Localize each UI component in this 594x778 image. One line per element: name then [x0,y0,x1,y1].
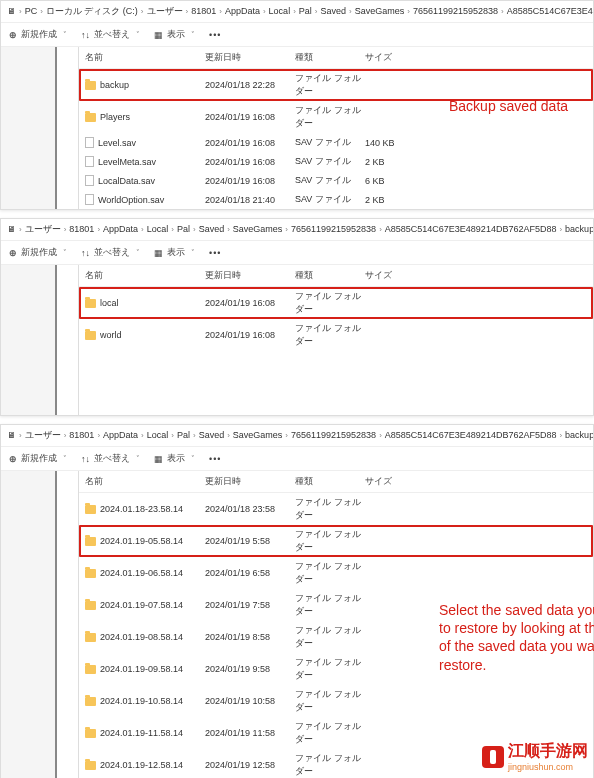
breadcrumb-segment[interactable]: Pal [177,224,190,234]
file-row[interactable]: WorldOption.sav2024/01/18 21:40SAV ファイル2… [79,190,593,209]
sort-label: 並べ替え [94,452,130,465]
column-size[interactable]: サイズ [365,269,425,282]
breadcrumb-segment[interactable]: 76561199215952838 [291,224,376,234]
file-date: 2024/01/19 9:58 [205,664,295,674]
file-row[interactable]: LocalData.sav2024/01/19 16:08SAV ファイル6 K… [79,171,593,190]
file-row[interactable]: LevelMeta.sav2024/01/19 16:08SAV ファイル2 K… [79,152,593,171]
sort-button[interactable]: ↑↓並べ替え˅ [81,246,140,259]
new-button[interactable]: ⊕新規作成˅ [9,28,67,41]
file-row[interactable]: 2024.01.19-05.58.142024/01/19 5:58ファイル フ… [79,525,593,557]
file-date: 2024/01/18 23:58 [205,504,295,514]
more-button[interactable]: ••• [209,454,221,464]
breadcrumb-segment[interactable]: A8585C514C67E3E489214DB762AF5D88 [507,6,593,16]
breadcrumb-segment[interactable]: ユーザー [147,6,183,16]
column-name[interactable]: 名前 [85,475,205,488]
breadcrumb-segment[interactable]: Local [269,6,291,16]
file-row[interactable]: 2024.01.18-23.58.142024/01/18 23:58ファイル … [79,493,593,525]
file-name-cell: backup [85,80,205,90]
file-icon [85,137,94,148]
more-button[interactable]: ••• [209,248,221,258]
chevron-right-icon: › [407,7,410,16]
breadcrumb[interactable]: 🖥›ユーザー›81801›AppData›Local›Pal›Saved›Sav… [1,219,593,241]
breadcrumb-segment[interactable]: A8585C514C67E3E489214DB762AF5D88 [385,430,557,440]
column-type[interactable]: 種類 [295,475,365,488]
breadcrumb-segment[interactable]: Local [147,224,169,234]
view-button[interactable]: ▦表示˅ [154,246,195,259]
column-size[interactable]: サイズ [365,475,425,488]
more-button[interactable]: ••• [209,30,221,40]
breadcrumb-segment[interactable]: Pal [299,6,312,16]
toolbar: ⊕新規作成˅↑↓並べ替え˅▦表示˅••• [1,241,593,265]
breadcrumb-segment[interactable]: Saved [199,224,225,234]
folder-icon [85,113,96,122]
column-headers[interactable]: 名前更新日時種類サイズ [79,265,593,287]
file-row[interactable]: 2024.01.19-10.58.142024/01/19 10:58ファイル … [79,685,593,717]
breadcrumb[interactable]: 🖥›PC›ローカル ディスク (C:)›ユーザー›81801›AppData›L… [1,1,593,23]
column-date[interactable]: 更新日時 [205,51,295,64]
home-icon[interactable]: 🖥 [7,224,16,234]
breadcrumb-segment[interactable]: backup [565,224,593,234]
explorer-panel: 🖥›ユーザー›81801›AppData›Local›Pal›Saved›Sav… [0,424,594,778]
sort-button[interactable]: ↑↓並べ替え˅ [81,28,140,41]
breadcrumb-segment[interactable]: 76561199215952838 [291,430,376,440]
breadcrumb-segment[interactable]: 76561199215952838 [413,6,498,16]
file-row[interactable]: local2024/01/19 16:08ファイル フォルダー [79,287,593,319]
sort-icon: ↑↓ [81,454,90,464]
breadcrumb-segment[interactable]: SaveGames [233,224,283,234]
file-name-cell: 2024.01.18-23.58.14 [85,504,205,514]
file-name-cell: 2024.01.19-11.58.14 [85,728,205,738]
home-icon[interactable]: 🖥 [7,6,16,16]
breadcrumb-segment[interactable]: A8585C514C67E3E489214DB762AF5D88 [385,224,557,234]
sort-button[interactable]: ↑↓並べ替え˅ [81,452,140,465]
breadcrumb-segment[interactable]: SaveGames [355,6,405,16]
annotation-text: Select the saved data you want to restor… [439,601,594,674]
column-headers[interactable]: 名前更新日時種類サイズ [79,471,593,493]
column-headers[interactable]: 名前更新日時種類サイズ [79,47,593,69]
file-icon [85,175,94,186]
file-type: ファイル フォルダー [295,656,365,682]
column-name[interactable]: 名前 [85,51,205,64]
chevron-down-icon: ˅ [63,455,67,463]
breadcrumb-segment[interactable]: AppData [225,6,260,16]
breadcrumb-segment[interactable]: Saved [199,430,225,440]
breadcrumb-segment[interactable]: PC [25,6,38,16]
column-date[interactable]: 更新日時 [205,269,295,282]
new-button[interactable]: ⊕新規作成˅ [9,452,67,465]
breadcrumb-segment[interactable]: 81801 [69,224,94,234]
breadcrumb-segment[interactable]: ユーザー [25,430,61,440]
explorer-panel: 🖥›PC›ローカル ディスク (C:)›ユーザー›81801›AppData›L… [0,0,594,210]
breadcrumb-segment[interactable]: Saved [320,6,346,16]
file-type: ファイル フォルダー [295,72,365,98]
breadcrumb-segment[interactable]: 81801 [69,430,94,440]
breadcrumb-segment[interactable]: ユーザー [25,224,61,234]
breadcrumb-segment[interactable]: 81801 [191,6,216,16]
new-button[interactable]: ⊕新規作成˅ [9,246,67,259]
file-name-cell: LocalData.sav [85,175,205,186]
file-row[interactable]: 2024.01.19-06.58.142024/01/19 6:58ファイル フ… [79,557,593,589]
home-icon[interactable]: 🖥 [7,430,16,440]
sidebar [1,265,79,415]
breadcrumb-segment[interactable]: backup [565,430,593,440]
view-button[interactable]: ▦表示˅ [154,28,195,41]
column-type[interactable]: 種類 [295,51,365,64]
breadcrumb-segment[interactable]: SaveGames [233,430,283,440]
breadcrumb-segment[interactable]: Pal [177,430,190,440]
file-row[interactable]: world2024/01/19 16:08ファイル フォルダー [79,319,593,351]
column-type[interactable]: 種類 [295,269,365,282]
column-date[interactable]: 更新日時 [205,475,295,488]
breadcrumb-segment[interactable]: ローカル ディスク (C:) [46,6,138,16]
breadcrumb-segment[interactable]: AppData [103,224,138,234]
breadcrumb-segment[interactable]: Local [147,430,169,440]
file-pane: 名前更新日時種類サイズ2024.01.18-23.58.142024/01/18… [79,471,593,778]
plus-icon: ⊕ [9,248,17,258]
breadcrumb-segment[interactable]: AppData [103,430,138,440]
column-size[interactable]: サイズ [365,51,425,64]
view-button[interactable]: ▦表示˅ [154,452,195,465]
column-name[interactable]: 名前 [85,269,205,282]
file-type: SAV ファイル [295,155,365,168]
folder-icon [85,569,96,578]
chevron-right-icon: › [19,431,22,440]
folder-icon [85,665,96,674]
file-row[interactable]: Level.sav2024/01/19 16:08SAV ファイル140 KB [79,133,593,152]
breadcrumb[interactable]: 🖥›ユーザー›81801›AppData›Local›Pal›Saved›Sav… [1,425,593,447]
